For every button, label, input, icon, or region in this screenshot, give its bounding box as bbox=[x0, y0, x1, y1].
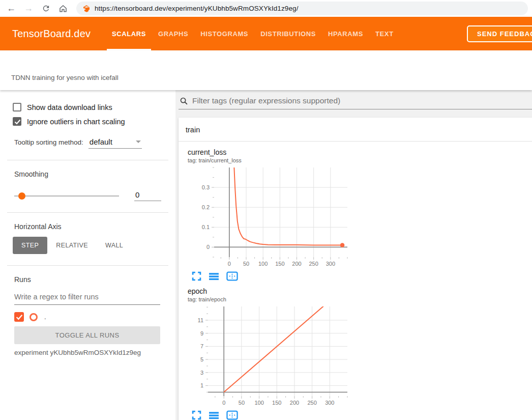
line-chart-current_loss[interactable]: 05010015020025030000.10.20.3 bbox=[188, 165, 351, 269]
divider bbox=[7, 160, 168, 160]
fit-domain-button-icon[interactable] bbox=[226, 410, 238, 420]
svg-text:200: 200 bbox=[290, 400, 299, 406]
tab-distributions[interactable]: DISTRIBUTIONS bbox=[254, 17, 322, 50]
chart-title: current_loss bbox=[188, 148, 362, 156]
settings-sidebar: Show data download links Ignore outliers… bbox=[0, 90, 175, 420]
run-color-swatch bbox=[29, 313, 38, 321]
svg-text:200: 200 bbox=[292, 261, 301, 267]
chart-actions bbox=[192, 271, 362, 281]
forward-icon[interactable]: → bbox=[21, 2, 36, 16]
filter-tags-row bbox=[179, 96, 532, 109]
toggle-runs-selector-button-icon[interactable] bbox=[209, 410, 219, 420]
check-icon bbox=[16, 314, 23, 320]
runs-filter-input[interactable] bbox=[14, 291, 160, 305]
svg-text:250: 250 bbox=[307, 400, 316, 406]
app-header: TensorBoard.dev SCALARSGRAPHSHISTOGRAMSD… bbox=[0, 17, 532, 50]
tensorboard-favicon bbox=[82, 5, 91, 13]
tab-scalars[interactable]: SCALARS bbox=[106, 17, 152, 50]
svg-text:0: 0 bbox=[222, 400, 225, 406]
smoothing-value[interactable]: 0 bbox=[134, 190, 161, 201]
tab-text[interactable]: TEXT bbox=[369, 17, 400, 50]
smoothing-slider-thumb[interactable] bbox=[18, 192, 25, 200]
svg-text:0: 0 bbox=[228, 261, 231, 267]
browser-toolbar: ← → https://tensorboard.dev/experiment/y… bbox=[0, 0, 532, 17]
home-icon[interactable] bbox=[56, 2, 70, 16]
fit-domain-button-icon[interactable] bbox=[226, 271, 238, 281]
expand-chart-button-icon[interactable] bbox=[192, 410, 201, 420]
home-glyph bbox=[58, 4, 68, 13]
experiment-title: TDNN training for yesno with icefall bbox=[11, 74, 119, 81]
tensorboard-page: ← → https://tensorboard.dev/experiment/y… bbox=[0, 0, 532, 420]
svg-text:1: 1 bbox=[200, 382, 203, 388]
tooltip-sorting-value: default bbox=[90, 137, 112, 146]
runs-label: Runs bbox=[14, 275, 175, 284]
svg-text:9: 9 bbox=[200, 330, 203, 337]
svg-text:0: 0 bbox=[206, 244, 210, 250]
tag-group-card: train current_losstag: train/current_los… bbox=[179, 118, 532, 420]
chevron-down-icon bbox=[136, 141, 141, 143]
svg-text:150: 150 bbox=[272, 400, 281, 406]
horizontal-axis-buttons: STEPRELATIVEWALL bbox=[13, 237, 175, 254]
svg-text:250: 250 bbox=[309, 261, 318, 267]
ignore-outliers-row[interactable]: Ignore outliers in chart scaling bbox=[13, 117, 175, 126]
tab-histograms[interactable]: HISTOGRAMS bbox=[194, 17, 254, 50]
axis-option-step[interactable]: STEP bbox=[13, 237, 47, 254]
tab-hparams[interactable]: HPARAMS bbox=[322, 17, 369, 50]
divider bbox=[7, 265, 168, 266]
nav-tabs: SCALARSGRAPHSHISTOGRAMSDISTRIBUTIONSHPAR… bbox=[106, 17, 400, 50]
tooltip-sorting-row: Tooltip sorting method: default bbox=[14, 137, 175, 149]
experiment-title-bar: TDNN training for yesno with icefall bbox=[0, 50, 532, 90]
divider bbox=[7, 212, 168, 213]
svg-text:300: 300 bbox=[325, 400, 334, 406]
chart-tag: tag: train/epoch bbox=[188, 296, 362, 302]
tag-group-title[interactable]: train bbox=[179, 118, 532, 142]
chart-tag: tag: train/current_loss bbox=[188, 157, 362, 163]
svg-text:50: 50 bbox=[239, 400, 245, 406]
smoothing-label: Smoothing bbox=[14, 170, 175, 178]
reload-icon[interactable] bbox=[39, 2, 53, 16]
horizontal-axis-label: Horizontal Axis bbox=[14, 222, 175, 231]
svg-text:0.3: 0.3 bbox=[202, 184, 210, 190]
svg-text:3: 3 bbox=[200, 370, 203, 376]
svg-text:300: 300 bbox=[326, 261, 335, 267]
tab-graphs[interactable]: GRAPHS bbox=[152, 17, 194, 50]
chart-title: epoch bbox=[188, 287, 362, 295]
show-download-links-row[interactable]: Show data download links bbox=[13, 103, 175, 111]
tooltip-sorting-label: Tooltip sorting method: bbox=[14, 138, 83, 146]
svg-text:0.1: 0.1 bbox=[202, 224, 210, 230]
chart-card-current_loss: current_losstag: train/current_loss05010… bbox=[188, 148, 362, 281]
chart-card-epoch: epochtag: train/epoch0501001502002503001… bbox=[188, 287, 362, 420]
tooltip-sorting-select[interactable]: default bbox=[88, 137, 142, 149]
svg-text:50: 50 bbox=[243, 261, 249, 267]
run-row[interactable]: . bbox=[14, 312, 175, 322]
smoothing-slider-row: 0 bbox=[14, 190, 161, 201]
run-name: . bbox=[44, 313, 46, 321]
svg-text:0.2: 0.2 bbox=[202, 204, 210, 210]
smoothing-slider[interactable] bbox=[14, 195, 119, 197]
expand-chart-button-icon[interactable] bbox=[192, 271, 201, 281]
experiment-id-note: experiment yKUbhb5wRmOSXYkId1z9eg bbox=[14, 349, 175, 356]
line-chart-epoch[interactable]: 0501001502002503001357911 bbox=[188, 304, 351, 408]
send-feedback-button[interactable]: SEND FEEDBACK bbox=[467, 25, 532, 42]
reload-glyph bbox=[42, 4, 50, 13]
toggle-runs-selector-button-icon[interactable] bbox=[209, 271, 219, 281]
axis-option-relative[interactable]: RELATIVE bbox=[47, 237, 97, 254]
svg-text:100: 100 bbox=[254, 400, 263, 406]
svg-text:100: 100 bbox=[258, 261, 268, 267]
check-icon bbox=[14, 119, 21, 125]
back-icon[interactable]: ← bbox=[4, 2, 18, 16]
filter-tags-input[interactable] bbox=[192, 96, 532, 105]
svg-text:5: 5 bbox=[200, 356, 203, 362]
chart-actions bbox=[192, 410, 362, 420]
run-checkbox[interactable] bbox=[14, 312, 24, 322]
dashboard-main: train current_losstag: train/current_los… bbox=[175, 90, 532, 420]
show-download-links-label: Show data download links bbox=[27, 103, 112, 111]
address-bar[interactable]: https://tensorboard.dev/experiment/yKUbh… bbox=[76, 2, 528, 15]
show-download-links-checkbox[interactable] bbox=[13, 103, 21, 111]
toggle-all-runs-button[interactable]: TOGGLE ALL RUNS bbox=[14, 326, 160, 344]
ignore-outliers-checkbox[interactable] bbox=[13, 117, 21, 126]
url-text: https://tensorboard.dev/experiment/yKUbh… bbox=[95, 5, 299, 12]
axis-option-wall[interactable]: WALL bbox=[97, 237, 132, 254]
charts-grid: current_losstag: train/current_loss05010… bbox=[179, 142, 532, 420]
svg-text:150: 150 bbox=[275, 261, 284, 267]
